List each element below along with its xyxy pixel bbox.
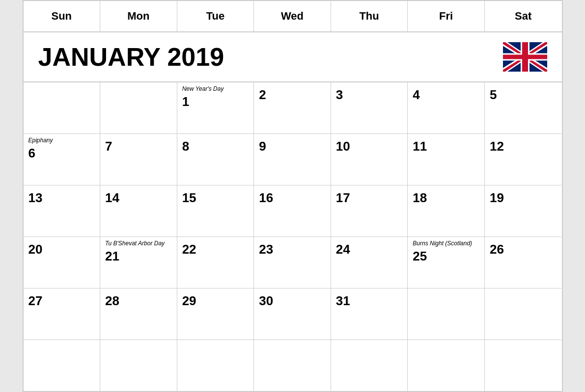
date-number: 27	[28, 293, 95, 309]
date-number: 11	[413, 139, 479, 154]
calendar-cell[interactable]: 11	[408, 134, 485, 185]
day-header-fri: Fri	[408, 1, 485, 31]
calendar-cell[interactable]: 9	[254, 134, 331, 185]
date-number: 12	[490, 139, 557, 154]
svg-rect-6	[503, 55, 547, 59]
date-number: 21	[105, 249, 172, 264]
calendar-cell[interactable]: 26	[485, 237, 562, 288]
calendar-cell[interactable]: 18	[408, 185, 485, 237]
calendar-cell[interactable]: 19	[485, 185, 562, 237]
date-number: 15	[182, 190, 249, 206]
uk-flag-icon	[503, 42, 547, 72]
day-header-wed: Wed	[254, 1, 331, 31]
date-number: 10	[336, 139, 403, 154]
day-header-sat: Sat	[485, 1, 562, 31]
calendar-cell[interactable]: 14	[100, 185, 177, 237]
calendar-cell[interactable]: Epiphany6	[24, 134, 101, 185]
date-number: 2	[259, 87, 326, 103]
date-number: 19	[490, 190, 557, 206]
calendar-cell[interactable]: 30	[254, 288, 331, 340]
date-number: 24	[336, 242, 403, 257]
day-header-mon: Mon	[100, 1, 177, 31]
date-number: 8	[182, 139, 249, 154]
date-number: 13	[28, 190, 95, 206]
calendar-grid: New Year's Day12345Epiphany6789101112131…	[24, 82, 562, 392]
calendar-cell[interactable]: 8	[177, 134, 254, 185]
calendar-cell	[100, 340, 177, 392]
calendar-cell	[408, 288, 485, 340]
calendar-cell[interactable]: 31	[331, 288, 408, 340]
calendar-cell[interactable]: Burns Night (Scotland)25	[408, 237, 485, 288]
date-number: 14	[105, 190, 172, 206]
date-number: 16	[259, 190, 326, 206]
holiday-label: Tu B'Shevat Arbor Day	[105, 240, 172, 247]
calendar-cell	[254, 340, 331, 392]
calendar-cell	[408, 340, 485, 392]
calendar-cell[interactable]: 24	[331, 237, 408, 288]
day-header-sun: Sun	[24, 1, 101, 31]
calendar-cell[interactable]: 15	[177, 185, 254, 237]
calendar-cell[interactable]: 7	[100, 134, 177, 185]
calendar-cell[interactable]: 4	[408, 82, 485, 134]
date-number: 26	[490, 242, 557, 257]
date-number: 6	[28, 146, 95, 161]
calendar-cell[interactable]: 12	[485, 134, 562, 185]
date-number: 7	[105, 139, 172, 154]
calendar-cell[interactable]: 22	[177, 237, 254, 288]
calendar-cell	[485, 288, 562, 340]
calendar-cell[interactable]: 10	[331, 134, 408, 185]
month-title: JANUARY 2019	[38, 42, 224, 72]
date-number: 30	[259, 293, 326, 309]
date-number: 20	[28, 242, 95, 257]
day-header-tue: Tue	[177, 1, 254, 31]
calendar-cell	[177, 340, 254, 392]
calendar-cell[interactable]: 23	[254, 237, 331, 288]
date-number: 25	[413, 249, 479, 264]
date-number: 28	[105, 293, 172, 309]
calendar-cell[interactable]: New Year's Day1	[177, 82, 254, 134]
date-number: 9	[259, 139, 326, 154]
calendar-cell[interactable]: 16	[254, 185, 331, 237]
calendar-cell[interactable]: 3	[331, 82, 408, 134]
date-number: 1	[182, 94, 249, 109]
calendar-cell[interactable]: Tu B'Shevat Arbor Day21	[100, 237, 177, 288]
calendar-cell	[100, 82, 177, 134]
date-number: 18	[413, 190, 479, 206]
calendar-cell[interactable]: 5	[485, 82, 562, 134]
date-number: 3	[336, 87, 403, 103]
calendar-cell[interactable]: 17	[331, 185, 408, 237]
calendar-cell	[485, 340, 562, 392]
calendar-cell[interactable]: 2	[254, 82, 331, 134]
holiday-label: Epiphany	[28, 137, 95, 144]
holiday-label: Burns Night (Scotland)	[413, 240, 479, 247]
calendar: SunMonTueWedThuFriSat JANUARY 2019 New Y…	[23, 0, 563, 392]
month-title-row: JANUARY 2019	[24, 32, 562, 82]
calendar-cell	[24, 340, 101, 392]
day-header-thu: Thu	[331, 1, 408, 31]
date-number: 31	[336, 293, 403, 309]
calendar-cell[interactable]: 28	[100, 288, 177, 340]
date-number: 5	[490, 87, 557, 103]
calendar-cell	[331, 340, 408, 392]
day-headers-row: SunMonTueWedThuFriSat	[24, 1, 562, 32]
date-number: 17	[336, 190, 403, 206]
date-number: 22	[182, 242, 249, 257]
date-number: 23	[259, 242, 326, 257]
calendar-cell[interactable]: 13	[24, 185, 101, 237]
calendar-cell[interactable]: 20	[24, 237, 101, 288]
calendar-cell[interactable]: 27	[24, 288, 101, 340]
date-number: 29	[182, 293, 249, 309]
holiday-label: New Year's Day	[182, 85, 249, 92]
calendar-cell[interactable]: 29	[177, 288, 254, 340]
calendar-cell	[24, 82, 101, 134]
date-number: 4	[413, 87, 479, 103]
